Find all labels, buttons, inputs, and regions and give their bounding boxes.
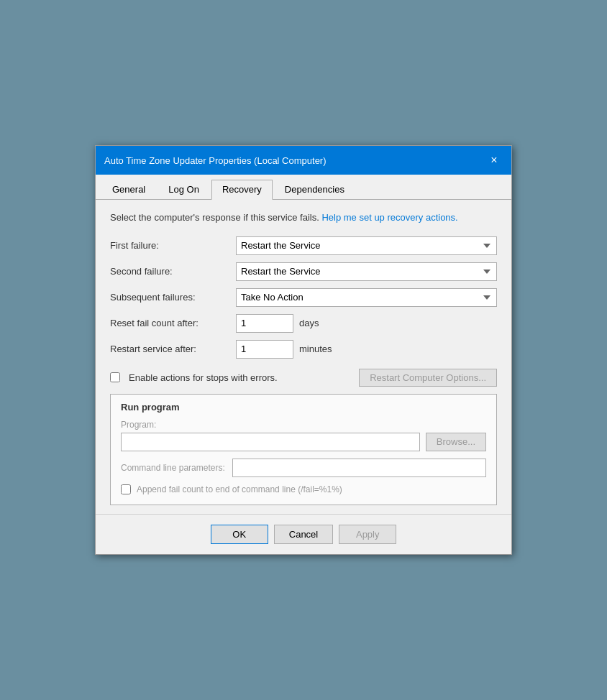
subsequent-failures-label: Subsequent failures:	[110, 292, 236, 303]
program-label: Program:	[121, 420, 486, 430]
append-fail-count-label: Append fail count to end of command line…	[137, 484, 342, 494]
reset-fail-count-row: Reset fail count after: days	[110, 314, 497, 333]
tab-general[interactable]: General	[101, 180, 156, 200]
cancel-button[interactable]: Cancel	[274, 525, 333, 544]
dialog-title: Auto Time Zone Updater Properties (Local…	[104, 155, 327, 166]
enable-actions-row: Enable actions for stops with errors. Re…	[110, 369, 497, 387]
restart-service-input[interactable]	[236, 340, 293, 359]
tab-bar: General Log On Recovery Dependencies	[96, 175, 511, 200]
reset-fail-count-unit: days	[299, 318, 319, 328]
apply-button[interactable]: Apply	[339, 525, 396, 544]
footer: OK Cancel Apply	[96, 514, 511, 554]
cmd-params-label: Command line parameters:	[121, 463, 225, 473]
enable-actions-checkbox[interactable]	[110, 372, 120, 382]
tab-logon[interactable]: Log On	[158, 180, 210, 200]
close-button[interactable]: ×	[485, 152, 503, 169]
first-failure-label: First failure:	[110, 240, 236, 251]
first-failure-select[interactable]: Restart the Service Take No Action Run a…	[236, 236, 497, 255]
run-program-title: Run program	[121, 402, 486, 413]
restart-service-row: Restart service after: minutes	[110, 340, 497, 359]
title-bar: Auto Time Zone Updater Properties (Local…	[96, 146, 511, 175]
second-failure-label: Second failure:	[110, 266, 236, 277]
program-input[interactable]	[121, 433, 420, 451]
subsequent-failures-row: Subsequent failures: Take No Action Rest…	[110, 288, 497, 307]
cmd-params-row: Command line parameters:	[121, 459, 486, 477]
tab-dependencies[interactable]: Dependencies	[274, 180, 355, 200]
restart-service-unit: minutes	[299, 344, 332, 354]
first-failure-row: First failure: Restart the Service Take …	[110, 236, 497, 255]
restart-service-label: Restart service after:	[110, 344, 236, 354]
append-fail-count-checkbox[interactable]	[121, 484, 131, 494]
restart-computer-options-button[interactable]: Restart Computer Options...	[359, 369, 497, 387]
append-row: Append fail count to end of command line…	[121, 484, 486, 494]
dialog-window: Auto Time Zone Updater Properties (Local…	[95, 145, 512, 554]
browse-button[interactable]: Browse...	[426, 433, 486, 451]
ok-button[interactable]: OK	[211, 525, 268, 544]
cmd-params-input[interactable]	[232, 459, 486, 477]
run-program-group: Run program Program: Browse... Command l…	[110, 394, 497, 505]
tab-content: Select the computer's response if this s…	[96, 200, 511, 513]
description-text: Select the computer's response if this s…	[110, 211, 497, 224]
enable-actions-label: Enable actions for stops with errors.	[129, 372, 278, 383]
second-failure-row: Second failure: Restart the Service Take…	[110, 262, 497, 281]
reset-fail-count-input[interactable]	[236, 314, 293, 333]
help-link[interactable]: Help me set up recovery actions.	[321, 212, 457, 223]
reset-fail-count-label: Reset fail count after:	[110, 318, 236, 328]
second-failure-select[interactable]: Restart the Service Take No Action Run a…	[236, 262, 497, 281]
program-row: Browse...	[121, 433, 486, 451]
tab-recovery[interactable]: Recovery	[211, 180, 273, 200]
subsequent-failures-select[interactable]: Take No Action Restart the Service Run a…	[236, 288, 497, 307]
